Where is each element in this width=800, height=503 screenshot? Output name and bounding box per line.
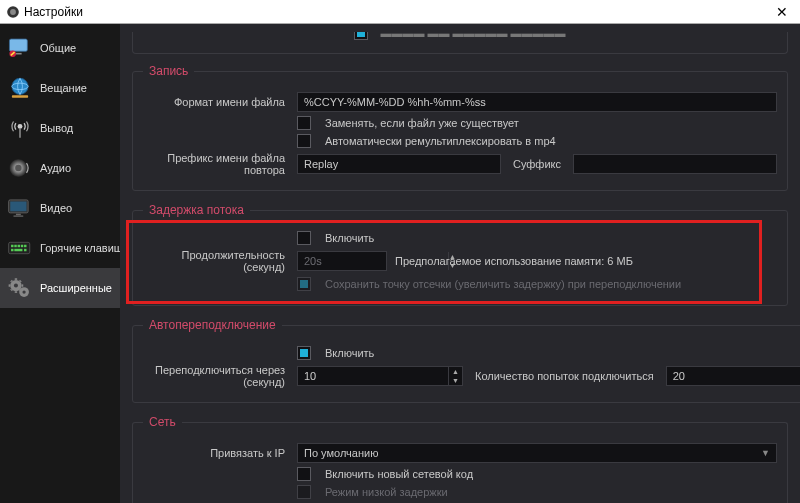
sidebar-item-advanced[interactable]: Расширенные — [0, 268, 120, 308]
sidebar-item-general[interactable]: Общие — [0, 28, 120, 68]
sidebar-item-output[interactable]: Вывод — [0, 108, 120, 148]
svg-rect-21 — [21, 245, 23, 247]
chevron-down-icon: ▼ — [761, 448, 770, 458]
truncated-group-top: ▬▬▬▬ ▬▬ ▬▬▬▬▬ ▬▬▬▬▬ — [132, 32, 788, 54]
reconnect-enable-checkbox[interactable] — [297, 346, 311, 360]
svg-line-35 — [20, 290, 21, 291]
svg-rect-18 — [11, 245, 13, 247]
stream-delay-legend: Задержка потока — [143, 203, 250, 217]
svg-rect-2 — [9, 39, 27, 51]
close-button[interactable]: ✕ — [770, 4, 794, 20]
recording-group: Запись Формат имени файла Заменять, если… — [132, 64, 788, 191]
sidebar-item-video[interactable]: Видео — [0, 188, 120, 228]
highlight-annotation — [126, 220, 762, 304]
svg-point-12 — [15, 165, 22, 172]
network-legend: Сеть — [143, 415, 182, 429]
sidebar-item-hotkeys[interactable]: Горячие клавиши — [0, 228, 120, 268]
svg-point-29 — [22, 290, 25, 293]
settings-content: ▬▬▬▬ ▬▬ ▬▬▬▬▬ ▬▬▬▬▬ Запись Формат имени … — [120, 24, 800, 503]
svg-rect-23 — [11, 249, 13, 251]
new-netcode-checkbox[interactable] — [297, 467, 311, 481]
truncated-label: ▬▬▬▬ ▬▬ ▬▬▬▬▬ ▬▬▬▬▬ — [380, 32, 565, 39]
auto-remux-label: Автоматически ремультиплексировать в mp4 — [325, 135, 556, 147]
svg-rect-22 — [24, 245, 26, 247]
app-icon — [6, 5, 20, 19]
sidebar-item-stream[interactable]: Вещание — [0, 68, 120, 108]
low-latency-label: Режим низкой задержки — [325, 486, 448, 498]
display-icon — [6, 194, 34, 222]
network-group: Сеть Привязать к IP По умолчанию ▼ Включ… — [132, 415, 788, 503]
replay-prefix-label: Префикс имени файла повтора — [143, 152, 291, 176]
antenna-icon — [6, 114, 34, 142]
max-retries-input[interactable] — [667, 367, 800, 385]
svg-rect-20 — [18, 245, 20, 247]
filename-format-input[interactable] — [297, 92, 777, 112]
suffix-label: Суффикс — [509, 158, 565, 170]
svg-point-1 — [10, 9, 16, 15]
auto-reconnect-legend: Автопереподключение — [143, 318, 282, 332]
svg-rect-15 — [16, 214, 21, 216]
sidebar-item-label: Вывод — [40, 122, 73, 134]
gears-icon — [6, 274, 34, 302]
sidebar-item-label: Общие — [40, 42, 76, 54]
retry-delay-spinner[interactable]: ▲▼ — [448, 367, 462, 385]
svg-rect-17 — [9, 242, 30, 253]
window-title: Настройки — [20, 5, 770, 19]
svg-point-28 — [14, 284, 18, 288]
svg-point-9 — [18, 124, 23, 129]
speaker-icon — [6, 154, 34, 182]
spin-up-icon[interactable]: ▲ — [449, 367, 462, 376]
svg-point-6 — [12, 78, 28, 94]
sidebar: Общие Вещание Вывод Аудио Видео Горячие … — [0, 24, 120, 503]
retry-delay-input[interactable] — [298, 367, 448, 385]
truncated-checkbox[interactable] — [354, 32, 368, 40]
svg-rect-25 — [24, 249, 26, 251]
sidebar-item-audio[interactable]: Аудио — [0, 148, 120, 188]
svg-line-34 — [11, 281, 12, 282]
bind-ip-label: Привязать к IP — [143, 447, 291, 459]
low-latency-checkbox — [297, 485, 311, 499]
filename-format-label: Формат имени файла — [143, 96, 291, 108]
retry-delay-label: Переподключиться через (секунд) — [143, 364, 291, 388]
svg-rect-19 — [14, 245, 16, 247]
new-netcode-label: Включить новый сетевой код — [325, 468, 473, 480]
sidebar-item-label: Видео — [40, 202, 72, 214]
keyboard-icon — [6, 234, 34, 262]
overwrite-checkbox[interactable] — [297, 116, 311, 130]
svg-rect-8 — [12, 95, 28, 97]
bind-ip-value: По умолчанию — [304, 447, 378, 459]
reconnect-enable-label: Включить — [325, 347, 374, 359]
auto-remux-checkbox[interactable] — [297, 134, 311, 148]
svg-line-36 — [11, 290, 12, 291]
titlebar: Настройки ✕ — [0, 0, 800, 24]
svg-line-37 — [20, 281, 21, 282]
replay-prefix-input[interactable] — [297, 154, 501, 174]
svg-rect-14 — [10, 202, 26, 212]
svg-rect-16 — [14, 215, 24, 217]
sidebar-item-label: Расширенные — [40, 282, 112, 294]
svg-rect-24 — [14, 249, 22, 251]
suffix-input[interactable] — [573, 154, 777, 174]
bind-ip-select[interactable]: По умолчанию ▼ — [297, 443, 777, 463]
svg-rect-3 — [15, 53, 22, 55]
monitor-icon — [6, 34, 34, 62]
sidebar-item-label: Горячие клавиши — [40, 242, 120, 254]
spin-down-icon[interactable]: ▼ — [449, 376, 462, 385]
auto-reconnect-group: Автопереподключение Включить Переподключ… — [132, 318, 800, 403]
max-retries-label: Количество попыток подключиться — [471, 370, 658, 382]
recording-legend: Запись — [143, 64, 194, 78]
globe-icon — [6, 74, 34, 102]
sidebar-item-label: Аудио — [40, 162, 71, 174]
overwrite-label: Заменять, если файл уже существует — [325, 117, 519, 129]
sidebar-item-label: Вещание — [40, 82, 87, 94]
